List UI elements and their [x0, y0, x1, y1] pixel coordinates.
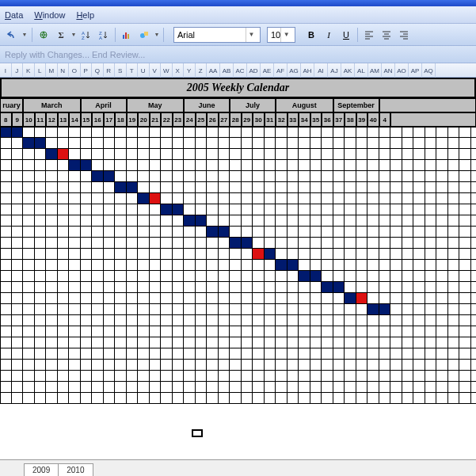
grid-cell[interactable]: [150, 271, 162, 282]
grid-cell[interactable]: [150, 227, 162, 238]
grid-cell[interactable]: [345, 282, 356, 293]
grid-cell[interactable]: [310, 382, 322, 393]
grid-cell[interactable]: [299, 171, 310, 182]
grid-cell[interactable]: [184, 193, 196, 204]
grid-cell[interactable]: [219, 348, 230, 360]
grid-cell[interactable]: [322, 215, 333, 227]
grid-cell[interactable]: [0, 360, 12, 371]
grid-cell[interactable]: [242, 393, 253, 404]
grid-cell[interactable]: [150, 127, 162, 138]
grid-cell[interactable]: [127, 193, 139, 204]
grid-cell[interactable]: [207, 282, 219, 293]
grid-cell[interactable]: [219, 360, 230, 371]
grid-cell[interactable]: [161, 249, 173, 260]
grid-cell[interactable]: [230, 382, 242, 393]
grid-cell[interactable]: [219, 127, 230, 138]
grid-cell[interactable]: [448, 215, 460, 227]
grid-cell[interactable]: [23, 260, 35, 271]
grid-cell[interactable]: [196, 193, 208, 204]
grid-cell[interactable]: [58, 171, 70, 182]
grid-cell[interactable]: [230, 138, 242, 149]
grid-cell[interactable]: [322, 238, 333, 249]
grid-cell[interactable]: [12, 127, 24, 138]
grid-cell[interactable]: [402, 348, 414, 360]
grid-cell[interactable]: [58, 227, 70, 238]
grid-cell[interactable]: [12, 193, 24, 204]
grid-cell[interactable]: [253, 393, 265, 404]
grid-cell[interactable]: [345, 260, 356, 271]
grid-cell[interactable]: [299, 371, 310, 382]
grid-cell[interactable]: [138, 260, 150, 271]
grid-cell[interactable]: [345, 348, 356, 360]
col-header-AQ[interactable]: AQ: [422, 63, 436, 78]
col-header-AI[interactable]: AI: [314, 63, 328, 78]
grid-cell[interactable]: [367, 193, 379, 204]
grid-cell[interactable]: [436, 348, 448, 360]
grid-cell[interactable]: [448, 348, 460, 360]
grid-cell[interactable]: [379, 315, 391, 326]
grid-cell[interactable]: [92, 271, 104, 282]
grid-cell[interactable]: [184, 382, 196, 393]
grid-cell[interactable]: [459, 282, 471, 293]
grid-cell[interactable]: [448, 160, 460, 171]
grid-cell[interactable]: [58, 215, 70, 227]
grid-cell[interactable]: [459, 271, 471, 282]
grid-cell[interactable]: [173, 215, 185, 227]
grid-cell[interactable]: [46, 382, 58, 393]
grid-cell[interactable]: [161, 215, 173, 227]
grid-cell[interactable]: [413, 215, 425, 227]
grid-cell[interactable]: [345, 315, 356, 326]
grid-cell[interactable]: [23, 293, 35, 304]
grid-cell[interactable]: [81, 337, 93, 348]
grid-cell[interactable]: [219, 315, 230, 326]
grid-cell[interactable]: [390, 393, 402, 404]
grid-cell[interactable]: [265, 182, 276, 193]
grid-cell[interactable]: [448, 249, 460, 260]
grid-cell[interactable]: [299, 304, 310, 315]
grid-cell[interactable]: [115, 249, 127, 260]
grid-cell[interactable]: [333, 371, 345, 382]
grid-cell[interactable]: [242, 326, 253, 337]
grid-cell[interactable]: [207, 315, 219, 326]
grid-cell[interactable]: [265, 227, 276, 238]
grid-cell[interactable]: [310, 204, 322, 215]
grid-cell[interactable]: [471, 315, 477, 326]
grid-cell[interactable]: [402, 393, 414, 404]
grid-cell[interactable]: [471, 227, 477, 238]
grid-cell[interactable]: [35, 193, 47, 204]
grid-cell[interactable]: [253, 193, 265, 204]
grid-cell[interactable]: [35, 171, 47, 182]
grid-cell[interactable]: [173, 315, 185, 326]
grid-cell[interactable]: [219, 249, 230, 260]
grid-cell[interactable]: [58, 127, 70, 138]
grid-cell[interactable]: [299, 393, 310, 404]
grid-cell[interactable]: [230, 204, 242, 215]
grid-cell[interactable]: [184, 348, 196, 360]
grid-cell[interactable]: [92, 171, 104, 182]
grid-cell[interactable]: [127, 304, 139, 315]
grid-cell[interactable]: [46, 337, 58, 348]
grid-cell[interactable]: [92, 249, 104, 260]
grid-cell[interactable]: [322, 304, 333, 315]
grid-cell[interactable]: [276, 315, 288, 326]
grid-cell[interactable]: [379, 260, 391, 271]
grid-cell[interactable]: [413, 348, 425, 360]
grid-cell[interactable]: [0, 337, 12, 348]
grid-cell[interactable]: [459, 360, 471, 371]
grid-cell[interactable]: [333, 238, 345, 249]
grid-cell[interactable]: [115, 371, 127, 382]
grid-cell[interactable]: [207, 271, 219, 282]
grid-cell[interactable]: [150, 382, 162, 393]
grid-cell[interactable]: [58, 138, 70, 149]
col-header-S[interactable]: S: [115, 63, 127, 78]
grid-cell[interactable]: [367, 171, 379, 182]
grid-cell[interactable]: [104, 204, 116, 215]
grid-cell[interactable]: [448, 204, 460, 215]
grid-cell[interactable]: [402, 238, 414, 249]
grid-cell[interactable]: [345, 182, 356, 193]
grid-cell[interactable]: [138, 304, 150, 315]
grid-cell[interactable]: [471, 304, 477, 315]
grid-cell[interactable]: [253, 171, 265, 182]
autosum-button[interactable]: Σ: [53, 27, 69, 43]
grid-cell[interactable]: [138, 315, 150, 326]
